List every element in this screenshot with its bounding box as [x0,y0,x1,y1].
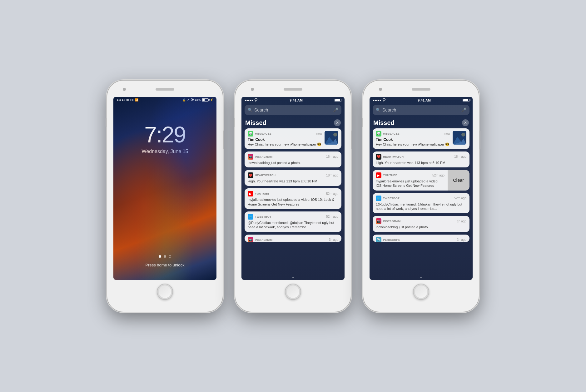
notif-instagram-top-2: 📷 INSTAGRAM 1h ago [376,218,466,224]
lock-status-bar: ●●●●○ HT HR 📶 🔒 ↗ Ⓑ 41% ⚡ [113,97,216,103]
instagram-partial-app-name-1: INSTAGRAM [255,238,273,241]
status-left-2: ●●●●● [373,98,386,102]
lock-dot-3 [169,255,171,258]
notif-heartwatch-app-row-1: ❤️ HEARTWATCH [248,172,276,178]
tweetbot-app-icon-2: 🐦 [376,196,381,201]
instagram-partial-time-1: 1h ago [329,238,338,241]
swipe-container-youtube: ▶ YOUTUBE 52m ago myjailbreakmovies just… [373,170,469,191]
notif-tweetbot-app-row-1: 🐦 TWEETBOT [248,214,271,220]
mic-icon-2: 🎤 [461,107,466,112]
messages-app-icon-2: 💬 [376,131,381,136]
messages-icon-glyph-2: 💬 [377,132,380,135]
phone-2-top-bar [235,85,351,94]
phone-2-speaker [284,88,302,91]
tweetbot-body-1: @RudyChidiac mentioned: @dujkan They're … [248,221,338,230]
heartwatch-notif-time-1: 18m ago [326,174,338,177]
notif-tweetbot-top-2: 🐦 TWEETBOT 52m ago [376,196,466,201]
wifi-indicator: 📶 [135,98,138,102]
periscope-app-name: PERISCOPE [383,238,400,241]
heartwatch-icon-glyph-1: ❤️ [249,174,252,177]
search-input-2[interactable]: Search [382,107,459,112]
heartwatch-icon-glyph-2: ❤️ [377,155,380,158]
missed-close-btn-2[interactable]: ✕ [462,119,469,126]
notif-heartwatch-1[interactable]: ❤️ HEARTWATCH 18m ago High. Your heartra… [245,170,341,186]
youtube-app-icon-1: ▶ [248,191,253,196]
notifications-screen-1: ●●●●● 9:41 AM 🔍 Search [241,97,345,280]
youtube-app-name-1: YOUTUBE [255,192,269,195]
status-right-1 [335,99,341,102]
search-bar-2[interactable]: 🔍 Search 🎤 [373,105,469,115]
lock-dot-2 [164,255,166,258]
instagram-partial-app-icon-1: 📷 [248,237,253,242]
youtube-body-2: myjailbreakmovies just uploaded a video:… [376,179,444,188]
search-input-1[interactable]: Search [254,107,331,112]
search-icon-2: 🔍 [376,108,380,112]
youtube-body-1: myjailbreakmovies just uploaded a video:… [248,197,338,206]
missed-close-btn-1[interactable]: ✕ [334,119,341,126]
notif-instagram-2[interactable]: 📷 INSTAGRAM 1h ago idownloadblog just po… [373,216,469,232]
tweetbot-icon-glyph-2: 🐦 [377,196,380,200]
notif-tweetbot-app-row-2: 🐦 TWEETBOT [376,196,400,201]
notifications-screen-2: ●●●●● 9:41 AM 🔍 Search [370,97,473,280]
notif-status-bar-1: ●●●●● 9:41 AM [241,97,345,103]
battery-icon [202,98,209,102]
notif-youtube-top-2: ▶ YOUTUBE 52m ago [376,172,444,178]
lock-date: Wednesday, June 15 [142,149,188,154]
notif-tweetbot-2[interactable]: 🐦 TWEETBOT 52m ago @RudyChidiac mentione… [373,193,469,214]
notif-youtube-app-row-2: ▶ YOUTUBE [376,172,397,178]
notif-messages-1[interactable]: 💬 MESSAGES now Tim Cook Hey Chris, here'… [245,128,341,149]
messages-app-name-2: MESSAGES [383,132,400,135]
youtube-notif-time-2: 52m ago [432,174,444,177]
instagram-icon-glyph-1: 📷 [249,155,252,158]
missed-title-1: Missed [245,119,266,127]
messages-notif-time-2: now [444,132,450,135]
notif-heartwatch-2[interactable]: ❤️ HEARTWATCH 18m ago High. Your heartra… [373,151,469,167]
missed-title-2: Missed [373,119,395,127]
youtube-icon-glyph-2: ▶ [377,174,380,177]
notif-youtube-1[interactable]: ▶ YOUTUBE 52m ago myjailbreakmovies just… [245,188,341,209]
notif-instagram-partial-top-1: 📷 INSTAGRAM 1h ago [248,237,338,242]
notif-list-1: Missed ✕ 💬 MESSAGES [241,117,345,274]
notif-instagram-app-row-1: 📷 INSTAGRAM [248,154,273,160]
notif-youtube-app-row-1: ▶ YOUTUBE [248,191,269,196]
phone-1-home-button[interactable] [157,284,173,300]
phone-3-home-button[interactable] [413,284,429,300]
notif-youtube-swiped[interactable]: ▶ YOUTUBE 52m ago myjailbreakmovies just… [373,170,448,191]
instagram-body-1: idownloadblog just posted a photo. [248,161,338,165]
notif-tweetbot-1[interactable]: 🐦 TWEETBOT 52m ago @RudyChidiac mentione… [245,211,341,232]
phone-2-home-button[interactable] [285,284,301,300]
lock-dot-1 [159,255,161,258]
phone-2-notifications: ●●●●● 9:41 AM 🔍 Search [235,81,351,312]
notif-instagram-1[interactable]: 📷 INSTAGRAM 16m ago idownloadblog just p… [245,151,341,167]
notif-instagram-partial-1[interactable]: 📷 INSTAGRAM 1h ago [245,235,341,242]
notif-messages-text-2: 💬 MESSAGES now Tim Cook Hey Chris, here'… [376,131,450,146]
phone-3-top-bar [363,85,479,94]
search-bar-1[interactable]: 🔍 Search 🎤 [245,105,341,115]
notif-messages-2[interactable]: 💬 MESSAGES now Tim Cook Hey Chris, here'… [373,128,469,149]
phone-1-top-bar [107,85,223,94]
messages-app-icon-1: 💬 [248,131,253,136]
messages-icon-glyph-1: 💬 [249,132,252,135]
notif-messages-text-1: 💬 MESSAGES now Tim Cook Hey Chris, here'… [248,131,322,146]
battery-icon-2 [463,99,469,102]
battery-text: 41% [195,98,201,102]
carrier-dots-1: ●●●●● [245,99,253,102]
location-icon: ↗ [187,98,190,102]
lock-status-right: 🔒 ↗ Ⓑ 41% ⚡ [182,98,213,102]
heartwatch-app-name-1: HEARTWATCH [255,174,276,177]
messages-body-1: Hey Chris, here's your new iPhone wallpa… [248,142,322,146]
lock-status-left: ●●●●○ HT HR 📶 [117,98,138,102]
notif-instagram-top-1: 📷 INSTAGRAM 16m ago [248,154,338,160]
svg-point-7 [461,133,465,136]
carrier-text: ●●●●○ HT HR [117,98,134,102]
notif-periscope-partial[interactable]: 📡 PERISCOPE 1h ago [373,235,469,242]
wifi-icon-1 [254,98,258,102]
tweetbot-notif-time-2: 52m ago [454,196,466,200]
wifi-arc-large-2 [383,98,385,100]
messages-thumb-2 [453,131,466,145]
bottom-chevron-1: ⌄ [241,274,345,280]
status-right-2 [463,99,469,102]
clear-button[interactable]: Clear [448,170,469,191]
notif-messages-app-row-2: 💬 MESSAGES [376,131,400,136]
notif-heartwatch-app-row-2: ❤️ HEARTWATCH [376,154,404,160]
